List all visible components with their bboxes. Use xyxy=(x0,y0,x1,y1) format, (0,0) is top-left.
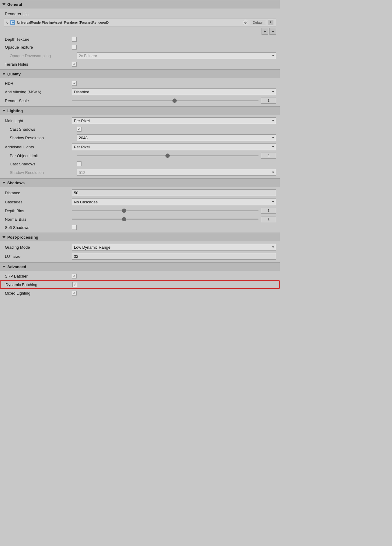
mixed-lighting-value xyxy=(72,291,276,295)
grading-mode-text: Low Dynamic Range xyxy=(74,245,110,250)
add-renderer-button[interactable]: + xyxy=(262,28,268,35)
main-light-dropdown[interactable]: Per Pixel xyxy=(72,117,276,124)
normal-bias-track[interactable] xyxy=(72,219,258,220)
terrain-holes-label: Terrain Holes xyxy=(5,62,72,67)
general-section-header[interactable]: General xyxy=(0,0,280,9)
shadows-section-title: Shadows xyxy=(7,181,25,185)
mixed-lighting-checkbox[interactable] xyxy=(72,291,77,295)
render-scale-number: 1 xyxy=(268,98,270,103)
depth-bias-label: Depth Bias xyxy=(5,209,72,213)
cast-shadows-row: Cast Shadows xyxy=(0,125,280,133)
cascades-row: Cascades No Cascades xyxy=(0,197,280,206)
normal-bias-label: Normal Bias xyxy=(5,217,72,222)
normal-bias-value: 1 xyxy=(72,216,276,222)
lighting-section-header[interactable]: Lighting xyxy=(0,106,280,115)
lighting-section-title: Lighting xyxy=(7,109,23,113)
main-light-dropdown-wrapper: Per Pixel xyxy=(72,117,276,124)
per-object-limit-label: Per Object Limit xyxy=(10,154,77,158)
general-section-body: Renderer List 0 UniversalRenderPipelineA… xyxy=(0,9,280,69)
depth-bias-value: 1 xyxy=(72,208,276,214)
shadow-resolution2-value: 512 xyxy=(77,169,276,176)
renderer-index: 0 xyxy=(6,20,9,25)
add-cast-shadows-label: Cast Shadows xyxy=(10,162,77,166)
distance-input[interactable] xyxy=(72,189,276,196)
remove-renderer-button[interactable]: − xyxy=(269,28,276,35)
cascades-dropdown[interactable]: No Cascades xyxy=(72,199,276,205)
lut-size-input[interactable] xyxy=(72,253,276,260)
depth-texture-checkbox[interactable] xyxy=(72,37,77,42)
shadow-resolution-label: Shadow Resolution xyxy=(10,136,77,140)
per-object-limit-value: 4 xyxy=(77,153,276,159)
depth-texture-value xyxy=(72,37,276,42)
render-scale-slider-container: 1 xyxy=(72,98,276,104)
add-cast-shadows-row: Cast Shadows xyxy=(0,160,280,168)
render-scale-row: Render Scale 1 xyxy=(0,96,280,105)
terrain-holes-checkbox[interactable] xyxy=(72,62,77,67)
shadow-resolution-dropdown[interactable]: 2048 xyxy=(77,134,276,141)
quality-section-header[interactable]: Quality xyxy=(0,70,280,78)
per-object-limit-value-box[interactable]: 4 xyxy=(261,153,276,159)
anti-aliasing-dropdown[interactable]: Disabled xyxy=(72,88,276,95)
post-processing-section-header[interactable]: Post-processing xyxy=(0,233,280,241)
hdr-label: HDR xyxy=(5,81,72,86)
quality-section-body: HDR Anti Aliasing (MSAA) Disabled Render… xyxy=(0,78,280,106)
opaque-downsampling-text: 2x Bilinear xyxy=(79,54,97,58)
srp-batcher-checkbox[interactable] xyxy=(72,274,77,278)
renderer-more-button[interactable]: ⋮ xyxy=(268,20,273,25)
depth-bias-value-box[interactable]: 1 xyxy=(261,208,276,214)
depth-bias-fill xyxy=(72,210,124,211)
normal-bias-value-box[interactable]: 1 xyxy=(261,216,276,222)
render-scale-track[interactable] xyxy=(72,100,258,101)
add-remove-row: + − xyxy=(0,27,280,35)
render-scale-fill xyxy=(72,100,175,101)
hdr-value xyxy=(72,81,276,86)
post-processing-section-body: Grading Mode Low Dynamic Range LUT size xyxy=(0,241,280,262)
hdr-checkbox[interactable] xyxy=(72,81,77,86)
svg-rect-1 xyxy=(12,22,14,23)
per-object-limit-track[interactable] xyxy=(77,155,258,156)
soft-shadows-value xyxy=(72,225,276,230)
soft-shadows-checkbox[interactable] xyxy=(72,225,77,230)
renderer-item[interactable]: 0 UniversalRenderPipelineAsset_Renderer … xyxy=(4,18,276,27)
dynamic-batching-value xyxy=(72,282,276,287)
render-scale-value-box[interactable]: 1 xyxy=(261,98,276,104)
shadows-triangle-icon xyxy=(2,182,5,184)
per-object-limit-thumb[interactable] xyxy=(165,154,170,158)
opaque-texture-checkbox[interactable] xyxy=(72,45,77,50)
normal-bias-thumb[interactable] xyxy=(122,217,126,221)
quality-triangle-icon xyxy=(2,73,5,75)
per-object-limit-fill xyxy=(77,155,168,156)
cast-shadows-checkbox[interactable] xyxy=(77,127,82,132)
normal-bias-slider-container: 1 xyxy=(72,216,276,222)
dynamic-batching-row: Dynamic Batching xyxy=(0,280,280,289)
depth-bias-number: 1 xyxy=(268,209,270,213)
post-processing-section-title: Post-processing xyxy=(7,235,38,240)
per-object-limit-number: 4 xyxy=(268,154,270,158)
grading-mode-dropdown[interactable]: Low Dynamic Range xyxy=(72,244,276,251)
dynamic-batching-checkbox[interactable] xyxy=(72,282,77,287)
render-scale-thumb[interactable] xyxy=(172,98,177,103)
additional-lights-dropdown[interactable]: Per Pixel xyxy=(72,143,276,150)
shadow-resolution2-dropdown[interactable]: 512 xyxy=(77,169,276,176)
terrain-holes-value xyxy=(72,62,276,67)
anti-aliasing-text: Disabled xyxy=(74,90,89,94)
depth-texture-row: Depth Texture xyxy=(0,35,280,43)
add-cast-shadows-checkbox[interactable] xyxy=(77,161,82,166)
depth-bias-track[interactable] xyxy=(72,210,258,211)
dynamic-batching-label: Dynamic Batching xyxy=(5,282,72,287)
per-object-limit-row: Per Object Limit 4 xyxy=(0,151,280,160)
renderer-target-button[interactable]: ⊙ xyxy=(243,20,248,25)
depth-bias-thumb[interactable] xyxy=(122,209,126,213)
shadow-resolution-dropdown-wrapper: 2048 xyxy=(77,134,276,141)
additional-lights-dropdown-wrapper: Per Pixel xyxy=(72,143,276,150)
opaque-texture-label: Opaque Texture xyxy=(5,45,72,50)
srp-batcher-value xyxy=(72,274,276,278)
terrain-holes-row: Terrain Holes xyxy=(0,60,280,68)
shadows-section-header[interactable]: Shadows xyxy=(0,178,280,187)
normal-bias-number: 1 xyxy=(268,217,270,221)
post-processing-triangle-icon xyxy=(2,236,5,238)
cascades-text: No Cascades xyxy=(74,200,98,204)
advanced-section-header[interactable]: Advanced xyxy=(0,262,280,271)
quality-section-title: Quality xyxy=(7,72,21,76)
opaque-downsampling-dropdown[interactable]: 2x Bilinear xyxy=(77,52,276,59)
